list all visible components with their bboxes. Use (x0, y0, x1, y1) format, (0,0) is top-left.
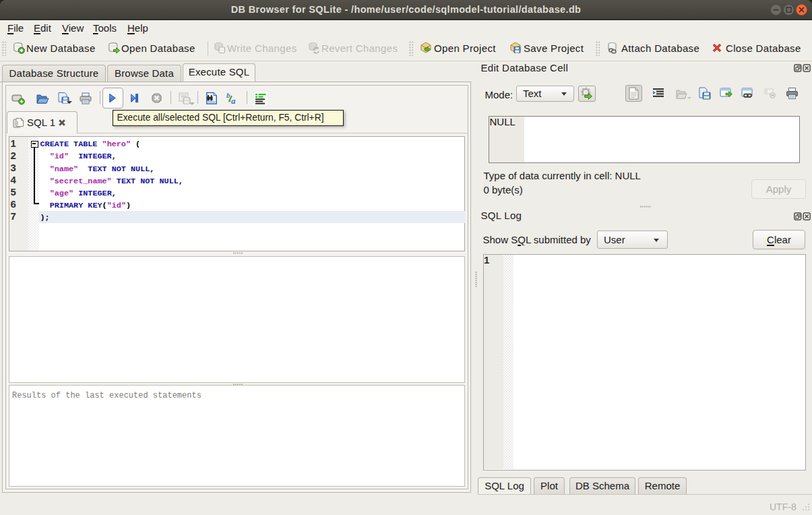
svg-text:b: b (226, 92, 230, 99)
